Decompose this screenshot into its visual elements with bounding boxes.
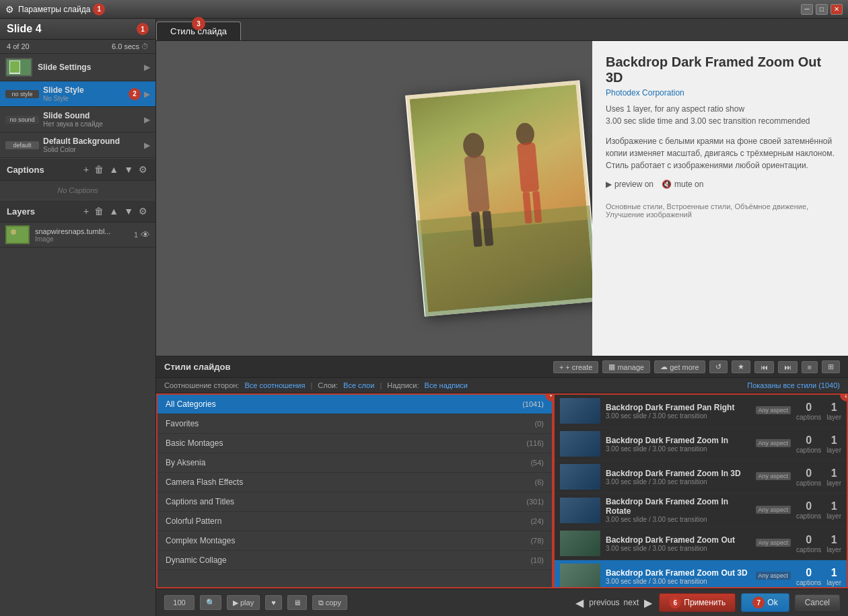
- next-style-button[interactable]: ⏭: [778, 361, 798, 373]
- filters-row: Соотношение сторон: Все соотношения | Сл…: [156, 378, 848, 393]
- play-icon: ▶: [233, 599, 238, 607]
- slide-style-badge: no style: [5, 90, 39, 98]
- layer-visibility-icon[interactable]: 👁: [141, 229, 150, 240]
- style-item-pan-right[interactable]: Backdrop Dark Framed Pan Right 3.00 sec …: [555, 395, 847, 428]
- style-item-zoom-in-rotate[interactable]: Backdrop Dark Framed Zoom In Rotate 3.00…: [555, 494, 847, 527]
- sidebar-item-slide-sound[interactable]: no sound Slide Sound Нет звука в слайде …: [0, 107, 155, 132]
- layers-title: Layers: [7, 206, 35, 217]
- category-camera-flash-label: Camera Flash Effects: [166, 477, 243, 487]
- style-tags: Основные стили, Встроенные стили, Объёмн…: [606, 202, 835, 219]
- category-item-complex-montages[interactable]: Complex Montages (78): [157, 531, 552, 551]
- list-view-button[interactable]: ≡: [802, 361, 818, 373]
- sidebar-item-slide-style[interactable]: no style Slide Style No Style 2 ▶: [0, 81, 155, 107]
- create-style-button[interactable]: + + create: [553, 361, 599, 373]
- category-item-all[interactable]: All Categories (1041): [157, 395, 552, 414]
- minimize-button[interactable]: ─: [801, 4, 813, 15]
- next-arrow-icon[interactable]: ▶: [643, 595, 653, 611]
- captions-down-button[interactable]: ▼: [122, 163, 135, 176]
- no-captions-text: No Captions: [0, 181, 155, 200]
- svg-rect-4: [7, 227, 28, 243]
- aspect-filter-label: Соотношение сторон:: [164, 381, 239, 389]
- captions-add-button[interactable]: +: [82, 163, 90, 176]
- category-item-colorful-pattern[interactable]: Colorful Pattern (24): [157, 512, 552, 531]
- style-zoom-in-3d-meta: Any aspect 0 captions 1 layer: [756, 467, 841, 487]
- category-item-favorites[interactable]: Favorites (0): [157, 414, 552, 434]
- previous-label: previous: [589, 598, 619, 607]
- layers-down-button[interactable]: ▼: [122, 204, 135, 218]
- captions-actions: + 🗑 ▲ ▼ ⚙: [82, 163, 149, 176]
- style-detail-desc1: Uses 1 layer, for any aspect ratio show …: [606, 103, 835, 127]
- layers-filter-value[interactable]: Все слои: [343, 381, 374, 389]
- layers-delete-button[interactable]: 🗑: [93, 204, 105, 218]
- layers-section-header: Layers + 🗑 ▲ ▼ ⚙: [0, 200, 155, 223]
- manage-styles-button[interactable]: ▦ manage: [602, 360, 650, 373]
- captions-settings-button[interactable]: ⚙: [137, 163, 149, 176]
- style-item-zoom-out[interactable]: Backdrop Dark Framed Zoom Out 3.00 sec s…: [555, 527, 847, 560]
- zoom-search-button[interactable]: 🔍: [200, 595, 221, 610]
- style-thumb-zoom-out-3d: [560, 564, 600, 588]
- prev-style-button[interactable]: ⏮: [754, 361, 774, 373]
- default-bg-badge: default: [5, 141, 39, 149]
- style-pan-right-time: 3.00 sec slide / 3.00 sec transition: [606, 412, 756, 420]
- style-zoom-in-rotate-time: 3.00 sec slide / 3.00 sec transition: [606, 516, 756, 523]
- layers-up-button[interactable]: ▲: [108, 204, 120, 218]
- style-zoom-out-3d-meta: Any aspect 0 captions 1 layer: [756, 567, 841, 586]
- category-dynamic-collage-count: (10): [530, 556, 544, 564]
- style-thumb-pan-right: [560, 398, 600, 424]
- play-icon: ▶: [606, 180, 612, 189]
- meta-layer-6: 1 layer: [826, 567, 841, 586]
- zoom-input[interactable]: [164, 595, 195, 610]
- preview-on-button[interactable]: ▶ preview on: [606, 180, 653, 189]
- window-controls: ─ □ ✕: [801, 4, 843, 15]
- category-item-dynamic-collage[interactable]: Dynamic Collage (10): [157, 551, 552, 570]
- layer-item[interactable]: snapwiresnaps.tumbl... Image 1 👁: [0, 223, 155, 247]
- style-zoom-out-meta: Any aspect 0 captions 1 layer: [756, 534, 841, 553]
- slide-style-badge-num: 2: [129, 88, 141, 100]
- show-all-styles-link[interactable]: Показаны все стили (1040): [747, 381, 840, 389]
- reset-button[interactable]: ↺: [709, 360, 728, 373]
- category-item-by-aksenia[interactable]: By Aksenia (54): [157, 453, 552, 473]
- style-item-zoom-out-3d[interactable]: Backdrop Dark Framed Zoom Out 3D 3.00 se…: [555, 560, 847, 588]
- monitor-button[interactable]: 🖥: [287, 595, 307, 610]
- window-title: Параметры слайда: [18, 5, 90, 14]
- aspect-filter-value[interactable]: Все соотношения: [244, 381, 305, 389]
- category-colorful-pattern-label: Colorful Pattern: [166, 516, 221, 526]
- play-button[interactable]: ▶ play: [227, 595, 260, 610]
- captions-up-button[interactable]: ▲: [108, 163, 120, 176]
- captions-delete-button[interactable]: 🗑: [93, 163, 105, 176]
- category-item-captions-titles[interactable]: Captions and Titles (301): [157, 492, 552, 512]
- star-button[interactable]: ★: [732, 360, 750, 373]
- category-item-camera-flash[interactable]: Camera Flash Effects (6): [157, 473, 552, 492]
- meta-aspect-3: Any aspect: [756, 472, 791, 482]
- sidebar-item-slide-settings[interactable]: Slide Settings ▶: [0, 54, 155, 81]
- default-bg-subtitle: Solid Color: [43, 146, 144, 153]
- copy-button[interactable]: ⧉ copy: [312, 595, 347, 610]
- ok-button[interactable]: 7 Ok: [741, 593, 789, 612]
- style-item-zoom-in-3d[interactable]: Backdrop Dark Framed Zoom In 3D 3.00 sec…: [555, 461, 847, 494]
- prev-arrow-icon[interactable]: ◀: [574, 595, 585, 611]
- category-basic-montages-label: Basic Montages: [166, 438, 223, 448]
- category-item-basic-montages[interactable]: Basic Montages (116): [157, 434, 552, 453]
- captions-filter-value[interactable]: Все надписи: [425, 381, 468, 389]
- heart-button[interactable]: ♥: [265, 595, 282, 610]
- grid-view-button[interactable]: ⊞: [822, 360, 840, 373]
- tab-slide-style[interactable]: Стиль слайда 3: [156, 22, 241, 40]
- cancel-button[interactable]: Cancel: [795, 594, 840, 611]
- style-zoom-in-3d-time: 3.00 sec slide / 3.00 sec transition: [606, 478, 756, 486]
- style-zoom-out-3d-name: Backdrop Dark Framed Zoom Out 3D: [606, 568, 756, 578]
- bottom-panel: Стили слайдов + + create ▦ manage ☁ get …: [156, 356, 848, 616]
- style-item-zoom-in[interactable]: Backdrop Dark Framed Zoom In 3.00 sec sl…: [555, 428, 847, 461]
- layers-add-button[interactable]: +: [82, 204, 90, 218]
- sidebar-item-default-bg[interactable]: default Default Background Solid Color ▶: [0, 132, 155, 158]
- layer-type: Image: [35, 235, 134, 243]
- slide-badge: 1: [137, 23, 149, 35]
- apply-button[interactable]: 6 Применить: [659, 593, 736, 612]
- close-button[interactable]: ✕: [831, 4, 843, 15]
- mute-on-button[interactable]: 🔇 mute on: [662, 180, 703, 189]
- layers-settings-button[interactable]: ⚙: [137, 204, 149, 218]
- maximize-button[interactable]: □: [816, 4, 828, 15]
- copy-icon: ⧉: [318, 599, 324, 607]
- get-more-button[interactable]: ☁ get more: [654, 360, 705, 373]
- layer-number: 1: [134, 231, 138, 239]
- layers-actions: + 🗑 ▲ ▼ ⚙: [82, 204, 149, 218]
